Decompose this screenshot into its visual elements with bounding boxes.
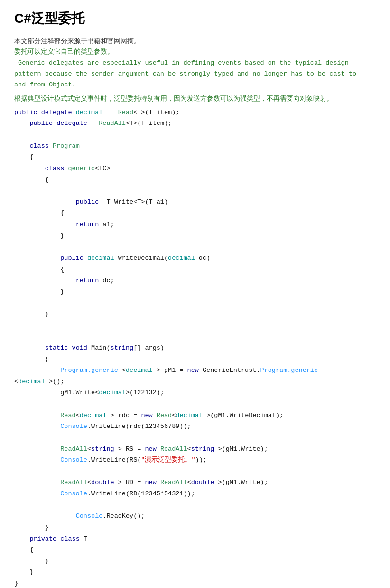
intro-text: 本文部分注释部分来源于书籍和官网网摘。 — [14, 37, 376, 46]
intro-note: 委托可以定义它自己的类型参数。 — [14, 47, 376, 56]
code-block: public delegate decimal Read<T>(T item);… — [14, 107, 376, 588]
chinese-description: 根据典型设计模式式定义事件时，泛型委托特别有用，因为发送方参数可以为强类型，不再… — [14, 95, 376, 103]
english-description: Generic delegates are especially useful … — [14, 58, 376, 91]
page-title: C#泛型委托 — [14, 9, 376, 28]
